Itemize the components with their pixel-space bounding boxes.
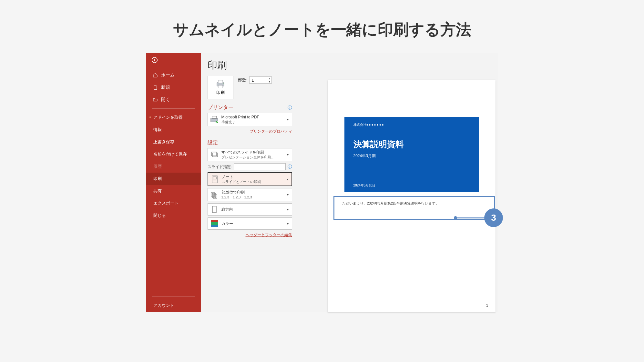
slide-spec-label: スライド指定: [208,164,232,170]
printer-section-label: プリンター [208,104,233,111]
backstage-sidebar: ホーム 新規 開く アドインを取得 情報 上書き保存 名前を付けて保存 履歴 印… [146,53,201,312]
notes-page-icon [210,175,219,184]
svg-rect-17 [212,206,216,213]
slide-thumbnail: 株式会社●●●●●●● 決算説明資料 2024年3月期 2024年5月10日 [344,117,479,192]
chevron-down-icon: ▾ [286,193,290,196]
chevron-down-icon: ▾ [285,177,290,181]
setting-slides-sub: プレゼンテーション全体を印刷… [221,155,283,160]
copies-row: 部数: 1 ▲ ▼ [238,76,272,84]
sidebar-divider [152,108,195,109]
sidebar-home[interactable]: ホーム [146,69,201,81]
page-heading: サムネイルとノートを一緒に印刷する方法 [173,19,471,40]
sidebar-print[interactable]: 印刷 [146,173,201,185]
portrait-page-icon [210,205,219,214]
sidebar-home-label: ホーム [161,72,175,78]
sidebar-account[interactable]: アカウント [146,299,201,312]
slide-spec-row: スライド指定: ⓘ [208,163,292,170]
settings-section-head: 設定 [208,139,292,146]
note-text: ただいまより、2024年3月期第2四半期決算説明を行います。 [342,201,439,205]
sidebar-addin[interactable]: アドインを取得 [146,111,201,124]
home-icon [153,73,158,78]
panel-title: 印刷 [208,59,492,72]
printer-properties-link[interactable]: プリンターのプロパティ [250,129,292,134]
setting-collate-sub: 1,2,3 1,2,3 1,2,3 [221,195,283,200]
svg-point-0 [152,57,157,63]
setting-color-dropdown[interactable]: カラー ▾ [208,217,292,230]
svg-rect-3 [218,85,223,88]
setting-notes-label: ノート [222,174,283,179]
info-icon[interactable]: ⓘ [288,164,292,170]
preview-page: 株式会社●●●●●●● 決算説明資料 2024年3月期 2024年5月10日 た… [328,80,496,312]
printer-dropdown[interactable]: Microsoft Print to PDF 準備完了 ▾ [208,113,292,126]
printer-name: Microsoft Print to PDF [221,115,283,120]
svg-rect-15 [212,193,216,198]
slide-date: 2024年5月10日 [353,183,376,188]
settings-section-label: 設定 [208,139,218,146]
back-button[interactable] [146,53,201,69]
sidebar-share[interactable]: 共有 [146,185,201,197]
sidebar-new[interactable]: 新規 [146,81,201,94]
slide-spec-input[interactable] [234,163,286,170]
svg-rect-6 [212,116,217,118]
chevron-down-icon: ▾ [286,222,290,226]
print-button-label: 印刷 [216,90,225,96]
setting-orientation-dropdown[interactable]: 縦方向 ▾ [208,203,292,216]
info-icon[interactable]: ⓘ [288,105,292,111]
printer-device-icon [210,115,219,124]
file-icon [153,85,158,90]
preview-page-number: 1 [486,303,488,308]
setting-orientation-label: 縦方向 [221,207,283,212]
spinner-arrows[interactable]: ▲ ▼ [267,77,271,83]
setting-notes-sub: スライドとノートの印刷 [222,179,283,184]
sidebar-divider-bottom [152,297,195,297]
slide-company: 株式会社●●●●●●● [353,123,470,127]
color-swatch-icon [210,219,219,228]
copies-spinner[interactable]: 1 ▲ ▼ [249,76,272,84]
setting-slides-dropdown[interactable]: すべてのスライドを印刷 プレゼンテーション全体を印刷… ▾ [208,148,292,161]
sidebar-export[interactable]: エクスポート [146,197,201,209]
svg-rect-11 [213,177,216,179]
spinner-down-icon[interactable]: ▼ [267,80,271,83]
slide-title: 決算説明資料 [353,139,470,150]
sidebar-save[interactable]: 上書き保存 [146,136,201,148]
setting-collate-label: 部単位で印刷 [221,190,283,195]
sidebar-info[interactable]: 情報 [146,124,201,136]
sidebar-history: 履歴 [146,160,201,173]
sidebar-save-as[interactable]: 名前を付けて保存 [146,148,201,160]
app-window: ホーム 新規 開く アドインを取得 情報 上書き保存 名前を付けて保存 履歴 印… [146,53,498,312]
setting-color-label: カラー [221,221,283,226]
callout-connector [455,217,484,218]
sidebar-close[interactable]: 閉じる [146,209,201,222]
slide-subtitle: 2024年3月期 [353,153,470,159]
svg-rect-2 [218,80,223,83]
step-callout: 3 [484,208,503,227]
print-preview: 株式会社●●●●●●● 決算説明資料 2024年3月期 2024年5月10日 た… [328,80,496,312]
collate-icon [210,190,219,199]
printer-icon [215,79,226,88]
print-panel: 印刷 印刷 部数: 1 ▲ ▼ [201,53,498,312]
folder-open-icon [153,97,158,102]
sidebar-open-label: 開く [161,97,170,103]
slides-stack-icon [210,150,219,159]
setting-collate-dropdown[interactable]: 部単位で印刷 1,2,3 1,2,3 1,2,3 ▾ [208,188,292,201]
svg-point-4 [223,83,223,84]
sidebar-open[interactable]: 開く [146,94,201,106]
printer-status: 準備完了 [221,120,283,125]
setting-slides-label: すべてのスライドを印刷 [221,150,283,155]
spinner-up-icon[interactable]: ▲ [267,77,271,80]
copies-value: 1 [251,78,254,83]
printer-section-head: プリンター ⓘ [208,104,292,111]
setting-layout-dropdown[interactable]: ノート スライドとノートの印刷 ▾ [208,172,292,186]
copies-label: 部数: [238,77,248,83]
print-button[interactable]: 印刷 [208,76,233,99]
chevron-down-icon: ▾ [286,118,290,121]
edit-header-footer-link[interactable]: ヘッダーとフッターの編集 [246,233,292,237]
step-badge: 3 [484,208,503,227]
sidebar-new-label: 新規 [161,85,170,90]
notes-highlight-box: ただいまより、2024年3月期第2四半期決算説明を行います。 [333,196,495,220]
chevron-down-icon: ▾ [286,208,290,211]
chevron-down-icon: ▾ [286,153,290,156]
